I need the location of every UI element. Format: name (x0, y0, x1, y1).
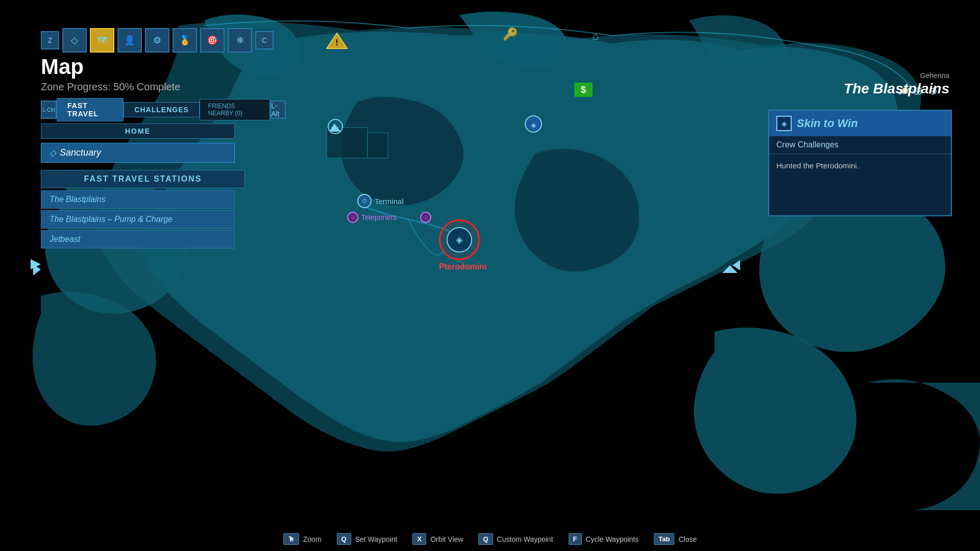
svg-text:🪐: 🪐 (898, 85, 911, 97)
svg-rect-1 (327, 128, 368, 158)
svg-text:⊕: ⊕ (929, 85, 938, 96)
svg-text:◈: ◈ (531, 121, 536, 129)
svg-text:⌂: ⌂ (592, 30, 599, 42)
svg-text:$: $ (581, 85, 586, 95)
svg-text:🔑: 🔑 (503, 27, 518, 41)
svg-text:!: ! (335, 38, 338, 47)
svg-text:⊞: ⊞ (914, 85, 922, 96)
svg-rect-2 (368, 133, 388, 158)
